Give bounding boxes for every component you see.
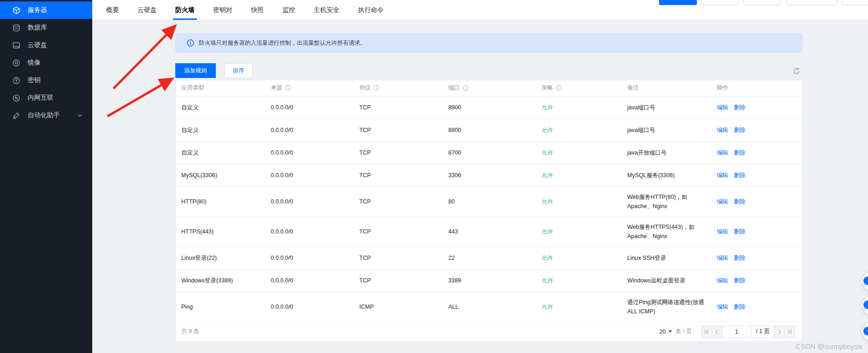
chevron-down-icon (77, 114, 82, 117)
edit-link[interactable]: 编辑 (717, 148, 728, 157)
sidebar-item-label: 密钥 (28, 76, 41, 84)
tab-防火墙[interactable]: 防火墙 (175, 0, 195, 20)
tab-主机安全[interactable]: 主机安全 (314, 0, 339, 20)
edit-link[interactable]: 编辑 (717, 103, 728, 112)
delete-link[interactable]: 删除 (734, 253, 745, 263)
cell-policy: 允许 (536, 187, 622, 216)
cell-source: 0.0.0.0/0 (265, 142, 354, 164)
tab-监控[interactable]: 监控 (282, 0, 295, 20)
column-header-label: 来源 (271, 84, 282, 92)
cell-port: ALL (443, 292, 536, 322)
cutoff-button-1[interactable] (702, 0, 739, 5)
delete-link[interactable]: 删除 (734, 126, 745, 135)
column-header-label: 协议 (359, 84, 371, 92)
arrow-to-add-rule-button (107, 79, 171, 116)
assistant-icon (12, 112, 20, 120)
chevron-down-icon (668, 330, 672, 333)
info-icon[interactable] (285, 85, 291, 91)
last-page-button[interactable] (785, 326, 795, 338)
sidebar-item-自动化助手[interactable]: 自动化助手 (0, 107, 92, 124)
add-rule-button[interactable]: 添加规则 (175, 63, 216, 78)
column-header-label: 应用类型 (181, 84, 204, 92)
network-icon (12, 94, 20, 102)
cutoff-button-3[interactable] (786, 0, 837, 5)
chevron-down-icon (77, 114, 82, 117)
network-icon (12, 94, 20, 102)
tab-云硬盘[interactable]: 云硬盘 (137, 0, 157, 20)
table-footer: 共 9 条 20 条 / 页 1 / 1 页 (176, 322, 802, 341)
cutoff-button-4[interactable] (842, 0, 868, 5)
cell-source: 0.0.0.0/0 (265, 164, 354, 186)
sidebar-item-数据库[interactable]: 数据库 (0, 19, 92, 36)
delete-link[interactable]: 删除 (734, 171, 745, 180)
info-icon[interactable] (463, 85, 469, 91)
cutoff-button-2[interactable] (743, 0, 781, 5)
column-header-label: 操作 (717, 84, 728, 92)
edit-link[interactable]: 编辑 (717, 253, 728, 263)
cell-policy: 允许 (536, 164, 622, 186)
delete-link[interactable]: 删除 (734, 302, 745, 311)
tab-概要[interactable]: 概要 (106, 0, 119, 20)
cell-actions: 编辑删除 (711, 142, 802, 164)
cell-remark: java开放端口号 (622, 142, 711, 164)
sidebar-item-label: 服务器 (28, 6, 47, 14)
refresh-button[interactable] (791, 65, 803, 77)
disk-icon (12, 41, 20, 49)
delete-link[interactable]: 删除 (734, 103, 745, 112)
sidebar-item-密钥[interactable]: 密钥 (0, 72, 92, 89)
edit-link[interactable]: 编辑 (717, 276, 728, 285)
delete-link[interactable]: 删除 (734, 197, 745, 206)
sidebar-item-镜像[interactable]: 镜像 (0, 54, 92, 72)
image-icon (12, 59, 20, 67)
cell-port: 443 (443, 217, 536, 246)
delete-link[interactable]: 删除 (734, 148, 745, 157)
refresh-icon (793, 67, 800, 75)
image-icon (12, 59, 20, 67)
cell-source: 0.0.0.0/0 (265, 119, 354, 141)
edit-link[interactable]: 编辑 (717, 171, 728, 180)
pagination: 1 / 1 页 (702, 326, 795, 338)
tab-快照[interactable]: 快照 (251, 0, 264, 20)
total-count: 共 9 条 (181, 328, 199, 335)
info-icon[interactable] (556, 85, 562, 91)
edit-link[interactable]: 编辑 (717, 227, 728, 236)
cell-port: 80 (443, 187, 536, 216)
column-header-端口: 端口 (443, 80, 536, 96)
sort-button[interactable]: 排序 (224, 63, 253, 78)
info-icon[interactable] (374, 85, 380, 91)
sidebar-item-label: 自动化助手 (28, 111, 60, 120)
page-size-select[interactable]: 20 (660, 329, 672, 335)
cell-actions: 编辑删除 (711, 96, 802, 119)
sidebar-item-内网互联[interactable]: 内网互联 (0, 89, 92, 107)
column-header-备注: 备注 (622, 80, 711, 96)
first-page-button[interactable] (702, 326, 712, 338)
cell-remark: Web服务HTTP(80)，如 Apache、Nginx (622, 187, 711, 216)
table-row: HTTPS(443)0.0.0.0/0TCP443允许Web服务HTTPS(44… (176, 217, 802, 247)
info-banner: 防火墙只对服务器的入流量进行控制，出流量默认允许所有请求。 (175, 33, 803, 53)
first-page-icon (704, 329, 709, 335)
delete-link[interactable]: 删除 (734, 276, 745, 285)
next-page-icon (777, 329, 782, 335)
table-header-row: 应用类型来源协议端口策略备注操作 (176, 80, 802, 96)
cell-protocol: TCP (354, 187, 443, 216)
cell-policy: 允许 (536, 119, 622, 141)
cell-app_type: 自定义 (176, 142, 265, 164)
cell-policy: 允许 (536, 247, 622, 269)
edit-link[interactable]: 编辑 (717, 302, 728, 311)
edit-link[interactable]: 编辑 (717, 126, 728, 135)
sidebar: 服务器数据库云硬盘镜像密钥内网互联自动化助手 (0, 0, 92, 353)
page-number-input[interactable]: 1 (722, 326, 751, 338)
sidebar-item-云硬盘[interactable]: 云硬盘 (0, 36, 92, 54)
cell-remark: java端口号 (622, 96, 711, 119)
edit-link[interactable]: 编辑 (717, 197, 728, 206)
firewall-rules-table: 应用类型来源协议端口策略备注操作 自定义0.0.0.0/0TCP8900允许ja… (175, 80, 803, 342)
cutoff-primary-button[interactable] (659, 0, 697, 5)
tab-密钥对[interactable]: 密钥对 (213, 0, 232, 20)
column-header-来源: 来源 (265, 80, 354, 96)
prev-page-button[interactable] (712, 326, 722, 338)
delete-link[interactable]: 删除 (734, 227, 745, 236)
next-page-button[interactable] (774, 326, 785, 338)
tab-执行命令[interactable]: 执行命令 (358, 0, 384, 20)
column-header-应用类型: 应用类型 (176, 80, 265, 96)
sidebar-item-服务器[interactable]: 服务器 (0, 1, 92, 19)
